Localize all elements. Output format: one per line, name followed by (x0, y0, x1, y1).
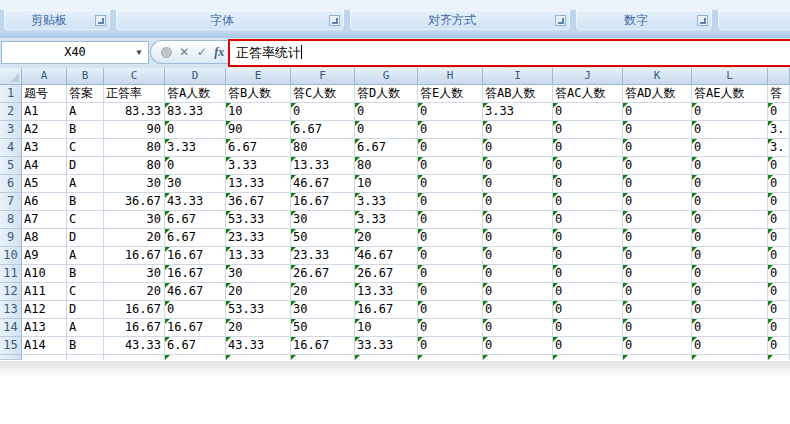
cell[interactable]: 30 (165, 175, 226, 193)
row-header[interactable]: 2 (0, 103, 22, 121)
cell[interactable]: 0 (483, 193, 553, 211)
cell[interactable]: C (67, 211, 104, 229)
cell[interactable]: 0 (768, 301, 790, 319)
cell[interactable]: 0 (553, 157, 623, 175)
cell[interactable]: 0 (623, 265, 692, 283)
cell[interactable]: 10 (355, 319, 418, 337)
cell[interactable]: 30 (104, 265, 165, 283)
dot-button-icon[interactable] (161, 47, 172, 58)
cell[interactable]: 0 (768, 229, 790, 247)
cell[interactable]: 10 (355, 175, 418, 193)
cell[interactable]: 0 (355, 103, 418, 121)
cell[interactable]: A (67, 175, 104, 193)
cell[interactable]: 答AC人数 (553, 85, 623, 103)
cell[interactable]: 46.67 (165, 283, 226, 301)
cell[interactable]: 6.67 (291, 121, 355, 139)
cell[interactable]: 16.67 (104, 319, 165, 337)
cell[interactable]: 0 (483, 175, 553, 193)
insert-function-button[interactable]: fx (214, 45, 224, 60)
cell[interactable]: 0 (692, 229, 768, 247)
cell[interactable]: 16.67 (291, 193, 355, 211)
cell[interactable]: 20 (104, 229, 165, 247)
cell[interactable]: 0 (418, 283, 483, 301)
cell[interactable]: 0 (418, 139, 483, 157)
cell[interactable]: 16.67 (165, 319, 226, 337)
cell[interactable]: A (67, 247, 104, 265)
cell[interactable]: A1 (22, 103, 67, 121)
cell[interactable]: 0 (692, 121, 768, 139)
cell[interactable]: 0 (483, 211, 553, 229)
cell[interactable]: 0 (692, 139, 768, 157)
cell[interactable]: 0 (418, 229, 483, 247)
cell[interactable] (483, 355, 553, 360)
cell[interactable]: 0 (768, 319, 790, 337)
cell[interactable]: B (67, 193, 104, 211)
cell[interactable]: 16.67 (291, 337, 355, 355)
cell[interactable]: 0 (768, 283, 790, 301)
cell[interactable]: 16.67 (355, 301, 418, 319)
cell[interactable] (291, 355, 355, 360)
cell[interactable]: 26.67 (291, 265, 355, 283)
cell[interactable]: A12 (22, 301, 67, 319)
cell[interactable]: 0 (623, 247, 692, 265)
cell[interactable]: 答E人数 (418, 85, 483, 103)
cell[interactable] (692, 355, 768, 360)
cell[interactable]: 0 (623, 229, 692, 247)
cell[interactable]: 0 (768, 247, 790, 265)
cell[interactable]: 46.67 (355, 247, 418, 265)
cell[interactable]: 43.33 (165, 193, 226, 211)
row-header[interactable]: 12 (0, 283, 22, 301)
cell[interactable]: 答AD人数 (623, 85, 692, 103)
cell[interactable]: A10 (22, 265, 67, 283)
cell[interactable]: 0 (418, 193, 483, 211)
cell[interactable]: 6.67 (355, 139, 418, 157)
cell[interactable]: 题号 (22, 85, 67, 103)
cell[interactable]: 答B人数 (226, 85, 291, 103)
row-header[interactable]: 6 (0, 175, 22, 193)
cell[interactable]: 0 (483, 247, 553, 265)
cell[interactable]: 16.67 (104, 247, 165, 265)
cell[interactable]: A8 (22, 229, 67, 247)
cell[interactable]: 0 (418, 175, 483, 193)
cell[interactable]: 0 (553, 283, 623, 301)
cell[interactable]: A7 (22, 211, 67, 229)
cell[interactable]: 0 (623, 157, 692, 175)
cancel-button[interactable]: ✕ (179, 45, 189, 59)
cell[interactable]: 答C人数 (291, 85, 355, 103)
cell[interactable]: 0 (418, 337, 483, 355)
row-header[interactable]: 11 (0, 265, 22, 283)
cell[interactable]: 答D人数 (355, 85, 418, 103)
cell[interactable]: B (67, 337, 104, 355)
cell[interactable]: A3 (22, 139, 67, 157)
cell[interactable]: 0 (623, 283, 692, 301)
cell[interactable]: A (67, 103, 104, 121)
cell[interactable]: 0 (623, 103, 692, 121)
cell[interactable]: 0 (418, 211, 483, 229)
cell[interactable]: 0 (692, 337, 768, 355)
cell[interactable]: 80 (104, 139, 165, 157)
column-header[interactable] (768, 68, 790, 85)
cell[interactable]: 答AE人数 (692, 85, 768, 103)
cell[interactable]: A6 (22, 193, 67, 211)
cell[interactable]: A14 (22, 337, 67, 355)
cell[interactable]: 23.33 (226, 229, 291, 247)
cell[interactable] (104, 355, 165, 360)
cell[interactable]: 0 (768, 193, 790, 211)
cell[interactable]: 20 (226, 283, 291, 301)
cell[interactable] (623, 355, 692, 360)
dialog-launcher-icon[interactable] (329, 15, 340, 26)
cell[interactable]: 10 (226, 103, 291, 121)
cell[interactable]: 80 (355, 157, 418, 175)
cell[interactable]: 36.67 (104, 193, 165, 211)
cell[interactable]: 0 (483, 301, 553, 319)
cell[interactable]: 3.33 (165, 139, 226, 157)
column-header[interactable]: G (355, 68, 418, 85)
row-header[interactable]: 10 (0, 247, 22, 265)
column-header[interactable]: C (104, 68, 165, 85)
row-header[interactable]: 1 (0, 85, 22, 103)
cell[interactable]: 0 (692, 301, 768, 319)
cell[interactable]: 3. (768, 121, 790, 139)
row-header[interactable]: 15 (0, 337, 22, 355)
cell[interactable]: 13.33 (291, 157, 355, 175)
cell[interactable]: 0 (692, 247, 768, 265)
